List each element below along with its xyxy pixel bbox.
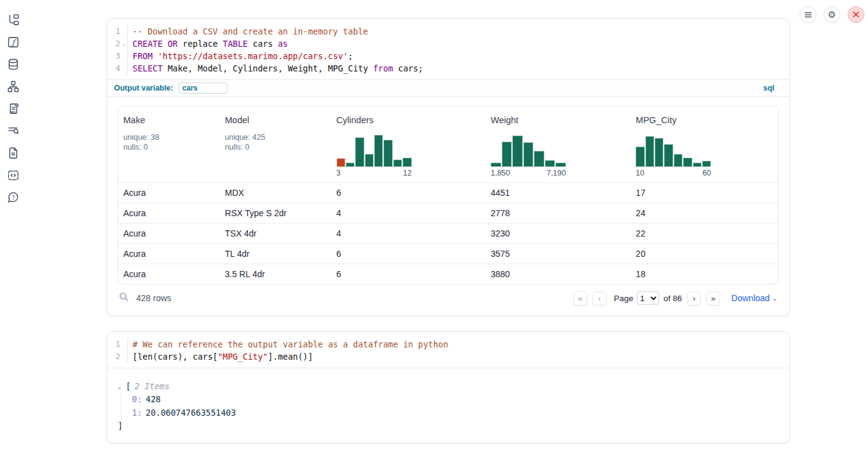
histogram-bar bbox=[534, 151, 544, 167]
functions-icon[interactable]: ƒ bbox=[6, 35, 20, 49]
column-header-make[interactable]: Makeunique: 38nulls: 0 bbox=[118, 107, 220, 182]
table-header-row: Makeunique: 38nulls: 0Modelunique: 425nu… bbox=[118, 107, 778, 182]
next-page-icon: › bbox=[693, 294, 695, 303]
help-icon[interactable]: ? bbox=[6, 190, 20, 204]
histogram-bar bbox=[403, 158, 411, 167]
table-cell: Acura bbox=[118, 249, 220, 259]
histogram-bar bbox=[636, 147, 644, 167]
table-cell: 4 bbox=[332, 229, 486, 238]
notebook-cells: 1-- Download a CSV and create an in-memo… bbox=[107, 18, 790, 443]
logs-icon[interactable] bbox=[6, 124, 20, 137]
histogram-bar bbox=[683, 158, 692, 167]
token-string: 'https://datasets.marimo.app/cars.csv' bbox=[158, 51, 348, 61]
database-icon[interactable] bbox=[6, 57, 20, 71]
python-output-tree: ⌄ [ 2 Items 0:4281:20.060747663551403 ] bbox=[107, 368, 789, 443]
code-line[interactable]: 3FROM 'https://datasets.marimo.app/cars.… bbox=[107, 50, 789, 62]
token-keyword: as bbox=[278, 39, 288, 49]
search-icon[interactable] bbox=[119, 292, 129, 304]
histogram-bar bbox=[337, 158, 345, 167]
histogram-bar bbox=[555, 163, 566, 167]
scratchpad-icon[interactable] bbox=[6, 102, 20, 115]
table-row[interactable]: AcuraTSX 4dr4323022 bbox=[118, 223, 778, 243]
next-page-button[interactable]: › bbox=[687, 291, 701, 305]
histogram-bar bbox=[346, 163, 354, 167]
token-keyword: from bbox=[373, 63, 393, 73]
histogram-bar bbox=[655, 138, 663, 167]
tree-header[interactable]: ⌄ [ 2 Items bbox=[118, 380, 779, 392]
line-gutter: 3 bbox=[107, 50, 128, 62]
token-plain: cars; bbox=[393, 63, 424, 73]
token-string: "MPG_City" bbox=[218, 352, 268, 362]
table-cell: 6 bbox=[332, 269, 486, 279]
first-page-icon: « bbox=[578, 294, 583, 303]
first-page-button[interactable]: « bbox=[573, 291, 588, 305]
sql-code-editor[interactable]: 1-- Download a CSV and create an in-memo… bbox=[107, 19, 789, 79]
table-cell: Acura bbox=[118, 269, 220, 279]
histogram-bar bbox=[502, 142, 512, 167]
column-stat: nulls: 0 bbox=[225, 142, 327, 152]
code-line[interactable]: 2⌄CREATE OR replace TABLE cars as bbox=[107, 38, 789, 50]
page-of-label: of 86 bbox=[663, 294, 682, 303]
tree-close-bracket: ] bbox=[118, 419, 779, 432]
table-cell: 6 bbox=[332, 249, 486, 259]
snippets-icon[interactable] bbox=[6, 168, 20, 182]
histogram-bar bbox=[512, 136, 523, 167]
download-label: Download bbox=[731, 293, 769, 303]
table-row[interactable]: AcuraMDX6445117 bbox=[118, 182, 778, 203]
close-icon bbox=[853, 11, 859, 18]
token-plain: ; bbox=[348, 51, 353, 61]
sql-output-section: Makeunique: 38nulls: 0Modelunique: 425nu… bbox=[107, 96, 789, 315]
chevron-down-icon: ⌄ bbox=[772, 295, 777, 302]
column-header-mpg_city[interactable]: MPG_City1060 bbox=[631, 107, 778, 182]
column-name: Model bbox=[225, 115, 327, 125]
token-plain: replace bbox=[178, 39, 223, 49]
download-button[interactable]: Download ⌄ bbox=[731, 293, 777, 303]
last-page-button[interactable]: » bbox=[706, 291, 720, 305]
table-row[interactable]: AcuraRSX Type S 2dr4277824 bbox=[118, 203, 778, 223]
axis-min-label: 3 bbox=[337, 169, 341, 177]
python-code-editor[interactable]: 1# We can reference the output variable … bbox=[107, 332, 789, 368]
output-variable-input[interactable] bbox=[178, 83, 227, 94]
line-gutter: 4 bbox=[107, 62, 128, 75]
menu-button[interactable] bbox=[800, 6, 816, 23]
line-number: 1 bbox=[107, 338, 120, 350]
histogram-bar bbox=[545, 160, 555, 167]
page-select[interactable]: 1 bbox=[637, 291, 659, 305]
table-cell: 20 bbox=[631, 249, 778, 259]
table-body: AcuraMDX6445117AcuraRSX Type S 2dr427782… bbox=[118, 182, 778, 284]
histogram-axis-labels: 1060 bbox=[636, 169, 711, 177]
histogram-bar bbox=[702, 161, 711, 167]
table-cell: 6 bbox=[332, 188, 486, 198]
settings-button[interactable]: ⚙ bbox=[824, 6, 840, 23]
column-header-cylinders[interactable]: Cylinders312 bbox=[332, 107, 486, 182]
code-line[interactable]: 4SELECT Make, Model, Cylinders, Weight, … bbox=[107, 62, 789, 75]
documentation-icon[interactable] bbox=[6, 146, 20, 160]
histogram-bar bbox=[393, 160, 402, 167]
table-row[interactable]: Acura3.5 RL 4dr6388018 bbox=[118, 264, 778, 284]
code-line[interactable]: 2[len(cars), cars["MPG_City"].mean()] bbox=[107, 350, 789, 363]
page-label: Page bbox=[614, 294, 634, 303]
code-text: [len(cars), cars["MPG_City"].mean()] bbox=[128, 350, 313, 363]
token-plain: ].mean()] bbox=[268, 352, 313, 362]
token-keyword: FROM bbox=[133, 51, 153, 61]
fold-chevron-icon[interactable]: ⌄ bbox=[120, 38, 128, 50]
collapse-chevron-icon[interactable]: ⌄ bbox=[118, 383, 126, 390]
shutdown-button[interactable] bbox=[848, 6, 864, 23]
column-histogram bbox=[491, 133, 566, 167]
prev-page-button[interactable]: ‹ bbox=[592, 291, 607, 305]
file-explorer-icon[interactable] bbox=[6, 13, 20, 26]
histogram-bar bbox=[365, 154, 374, 167]
histogram-bar bbox=[383, 140, 392, 167]
column-header-model[interactable]: Modelunique: 425nulls: 0 bbox=[220, 107, 332, 182]
table-row[interactable]: AcuraTL 4dr6357520 bbox=[118, 243, 778, 264]
table-cell: TL 4dr bbox=[220, 249, 332, 259]
table-cell: 3880 bbox=[486, 269, 631, 279]
column-header-weight[interactable]: Weight1,8507,190 bbox=[486, 107, 631, 182]
line-gutter: 2 bbox=[107, 350, 128, 363]
code-line[interactable]: 1# We can reference the output variable … bbox=[107, 338, 789, 350]
code-line[interactable]: 1-- Download a CSV and create an in-memo… bbox=[107, 25, 789, 38]
row-count: 428 rows bbox=[136, 293, 171, 303]
line-number: 2 bbox=[107, 38, 120, 50]
dependency-graph-icon[interactable] bbox=[6, 79, 20, 93]
column-stat: unique: 38 bbox=[123, 132, 215, 142]
